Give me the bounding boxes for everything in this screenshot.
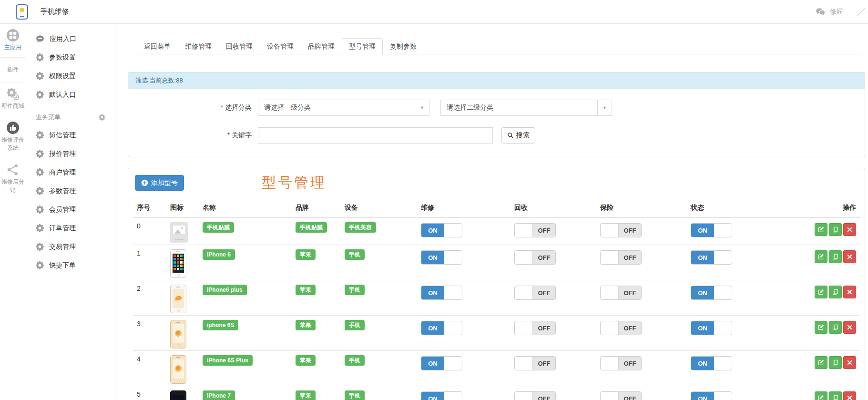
app-logo-phone-bulb-icon[interactable]: [16, 4, 28, 20]
sidebar-item-trade-mgmt[interactable]: 交易管理: [26, 237, 115, 256]
sidebar-item-label: 权限设置: [49, 72, 76, 81]
edit-icon: [818, 395, 824, 400]
delete-button[interactable]: [843, 286, 856, 298]
gear-icon: [36, 168, 44, 176]
rail-item-plugins[interactable]: 插件: [0, 58, 26, 82]
edit-button[interactable]: [815, 250, 827, 263]
sidebar-item-app-entry[interactable]: 应用入口: [26, 30, 115, 48]
delete-button[interactable]: [843, 321, 856, 334]
sidebar-item-param-settings[interactable]: 参数设置: [26, 48, 115, 67]
keyword-label: * 关键字: [128, 131, 258, 140]
app-rail: 主应用 插件 配件商城 维修评价系统 维修店分销: [0, 24, 26, 400]
sidebar-item-merchant-mgmt[interactable]: 商户管理: [26, 163, 115, 182]
search-button[interactable]: 搜索: [501, 127, 535, 144]
copy-button[interactable]: [829, 250, 842, 263]
category-level1-select[interactable]: 请选择一级分类 ▼: [258, 100, 429, 116]
sidebar-item-sms-mgmt[interactable]: 短信管理: [26, 126, 115, 144]
sidebar-item-member-mgmt[interactable]: 会员管理: [26, 200, 115, 219]
topbar-account[interactable]: 修匠: [816, 5, 868, 19]
insurance-toggle[interactable]: OFF: [600, 391, 642, 400]
edit-button[interactable]: [815, 356, 827, 369]
model-name-badge: iphone 6S: [203, 320, 238, 330]
rail-item-main-app[interactable]: 主应用: [0, 24, 26, 58]
delete-button[interactable]: [843, 250, 856, 263]
recycle-toggle[interactable]: OFF: [514, 321, 556, 335]
copy-button[interactable]: [829, 391, 842, 400]
chat-icon: [36, 35, 44, 43]
sidebar-item-label: 应用入口: [50, 35, 76, 43]
sidebar-item-label: 默认入口: [49, 91, 76, 99]
table-row: 2 iPhone6 plus 苹果 手机 ON OFF OFF ON: [133, 280, 860, 316]
gear-icon[interactable]: [99, 114, 105, 121]
status-toggle[interactable]: ON: [691, 391, 732, 400]
add-model-button[interactable]: 添加型号: [135, 175, 184, 191]
gear-icon: [36, 205, 44, 214]
repair-toggle[interactable]: ON: [421, 223, 462, 237]
insurance-toggle[interactable]: OFF: [600, 250, 642, 265]
edit-button[interactable]: [815, 321, 827, 334]
edit-button[interactable]: [815, 286, 827, 298]
col-actions: 操作: [804, 198, 860, 218]
main-content: 返回菜单 维修管理 回收管理 设备管理 品牌管理 型号管理 复制参数 筛选 当前…: [115, 24, 868, 400]
tab-device-mgmt[interactable]: 设备管理: [260, 38, 301, 54]
sidebar-item-quick-order[interactable]: 快捷下单: [26, 256, 115, 275]
caret-down-icon[interactable]: ▼: [415, 100, 429, 115]
status-toggle[interactable]: ON: [691, 286, 732, 300]
gear-icon: [36, 53, 44, 62]
filter-panel-header: 筛选 当前总数:88: [128, 72, 865, 89]
insurance-toggle[interactable]: OFF: [600, 286, 642, 300]
delete-button[interactable]: [843, 356, 856, 369]
status-toggle[interactable]: ON: [691, 356, 732, 370]
rail-item-parts-mall[interactable]: 配件商城: [0, 82, 26, 116]
recycle-toggle[interactable]: OFF: [514, 250, 556, 265]
sidebar-item-permission-settings[interactable]: 权限设置: [26, 67, 115, 85]
status-toggle[interactable]: ON: [691, 223, 732, 237]
tab-copy-params[interactable]: 复制参数: [383, 38, 424, 54]
repair-toggle[interactable]: ON: [421, 356, 462, 370]
recycle-toggle[interactable]: OFF: [514, 223, 556, 237]
sidebar-item-order-mgmt[interactable]: 订单管理: [26, 219, 115, 237]
repair-toggle[interactable]: ON: [421, 391, 462, 400]
rail-item-shop-distribution[interactable]: 维修店分销: [0, 158, 26, 200]
recycle-toggle[interactable]: OFF: [514, 356, 556, 370]
tab-recycle-mgmt[interactable]: 回收管理: [219, 38, 260, 54]
gear-icon: [36, 243, 44, 251]
sidebar-item-quote-mgmt[interactable]: 报价管理: [26, 144, 115, 163]
repair-toggle[interactable]: ON: [421, 250, 462, 265]
row-index: 3: [133, 316, 166, 351]
copy-button[interactable]: [829, 286, 842, 298]
category-level2-select[interactable]: 请选择二级分类 ▼: [440, 100, 612, 116]
caret-down-icon[interactable]: ▼: [597, 100, 612, 115]
tab-back-to-menu[interactable]: 返回菜单: [137, 38, 178, 54]
status-toggle[interactable]: ON: [691, 250, 732, 265]
keyword-input[interactable]: [258, 127, 493, 144]
row-index: 4: [133, 351, 166, 386]
tab-model-mgmt[interactable]: 型号管理: [342, 38, 383, 54]
insurance-toggle[interactable]: OFF: [600, 223, 642, 237]
model-image-placeholder: [170, 222, 188, 243]
copy-button[interactable]: [829, 356, 842, 369]
status-toggle[interactable]: ON: [691, 321, 732, 335]
col-insurance: 保险: [596, 198, 687, 218]
col-repair: 维修: [417, 198, 511, 218]
delete-button[interactable]: [843, 391, 856, 400]
tab-brand-mgmt[interactable]: 品牌管理: [301, 38, 342, 54]
insurance-toggle[interactable]: OFF: [600, 356, 642, 370]
delete-button[interactable]: [843, 223, 856, 236]
copy-button[interactable]: [829, 223, 842, 236]
sidebar-item-default-entry[interactable]: 默认入口: [26, 85, 115, 104]
category-label: * 选择分类: [128, 103, 258, 112]
repair-toggle[interactable]: ON: [421, 321, 462, 335]
recycle-toggle[interactable]: OFF: [514, 391, 556, 400]
edit-button[interactable]: [815, 391, 827, 400]
edit-button[interactable]: [815, 223, 827, 236]
row-index: 1: [133, 245, 166, 280]
recycle-toggle[interactable]: OFF: [514, 286, 556, 300]
copy-button[interactable]: [829, 321, 842, 334]
sidebar-item-parameter-mgmt[interactable]: 参数管理: [26, 182, 115, 200]
repair-toggle[interactable]: ON: [421, 286, 462, 300]
rail-item-review-system[interactable]: 维修评价系统: [0, 116, 26, 158]
collapse-chevron-icon[interactable]: [857, 7, 866, 16]
insurance-toggle[interactable]: OFF: [600, 321, 642, 335]
tab-repair-mgmt[interactable]: 维修管理: [178, 38, 219, 54]
